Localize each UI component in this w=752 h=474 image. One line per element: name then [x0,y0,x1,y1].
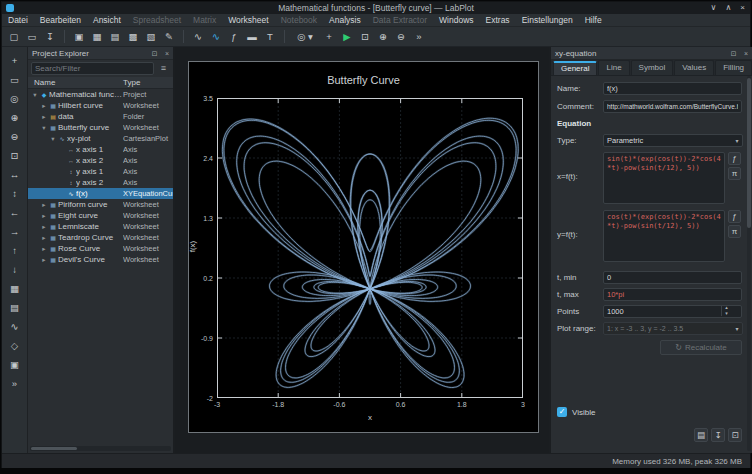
insert-constant-pi-icon[interactable]: π [728,167,741,180]
expander-icon[interactable]: ▸ [40,201,48,209]
load-template-icon[interactable]: ▤ [694,428,708,442]
search-input[interactable] [31,62,154,75]
tree-item-eight-curve[interactable]: ▸▦Eight curveWorksheet [28,210,173,221]
expander-icon[interactable]: ▸ [40,113,48,121]
tab-line[interactable]: Line [598,60,629,75]
add-equation-curve-icon[interactable]: ƒ [226,29,242,45]
shift-left-icon[interactable]: ← [7,205,23,221]
zoom-select-icon[interactable]: ▭ [7,72,23,88]
worksheet-view[interactable]: Butterfly Curve -3-1.8-0.60.61.83 -2-0.9… [175,47,549,453]
float-dock-icon[interactable]: ⊡ [152,50,158,57]
fit-page-icon[interactable]: ⊡ [357,29,373,45]
insert-function-icon[interactable]: ƒ [728,152,741,165]
shift-right-icon[interactable]: → [7,224,23,240]
expander-icon[interactable]: ▸ [40,212,48,220]
more-tools-icon[interactable]: » [7,376,23,392]
close-dock-icon[interactable]: × [744,50,748,57]
presenter-mode-icon[interactable]: ▶ [339,29,355,45]
maximize-icon[interactable]: ∧ [725,2,731,14]
auto-scale-y-icon[interactable]: ↕ [7,186,23,202]
tree-item-x-axis-2[interactable]: ↔x axis 2Axis [28,155,173,166]
add-element-tool-icon[interactable]: ▣ [7,357,23,373]
tmin-input[interactable] [603,271,742,284]
menu-analysis[interactable]: Analysis [323,14,367,26]
zoom-out-icon[interactable]: ⊖ [393,29,409,45]
tree-item-y-axis-2[interactable]: ↕y axis 2Axis [28,177,173,188]
spinbox-arrows[interactable]: ▴ ▾ [721,305,731,316]
shift-up-icon[interactable]: ↑ [7,243,23,259]
visible-checkbox[interactable]: ✓ [557,407,567,417]
tab-values[interactable]: Values [674,60,714,75]
add-curve-icon[interactable]: ∿ [208,29,224,45]
auto-scale-x-icon[interactable]: ↔ [7,167,23,183]
column-header-type[interactable]: Type [123,78,173,87]
new-notebook-icon[interactable]: ✎ [161,29,177,45]
tree-item-devil-s-curve[interactable]: ▸▦Devil's CurveWorksheet [28,254,173,265]
open-project-icon[interactable]: ▭ [24,29,40,45]
column-header-name[interactable]: Name [28,78,123,87]
vertical-scrollbar[interactable] [747,76,751,451]
worksheet-page[interactable]: Butterfly Curve -3-1.8-0.60.61.83 -2-0.9… [188,61,539,433]
menu-worksheet[interactable]: Worksheet [222,14,274,26]
tab-filling[interactable]: Filling [715,60,752,75]
expander-icon[interactable]: ▸ [40,256,48,264]
shape-tool-icon[interactable]: ◇ [7,338,23,354]
expander-icon[interactable]: ▾ [49,135,57,143]
spin-down-icon[interactable]: ▾ [722,311,731,317]
new-project-icon[interactable]: ▢ [6,29,22,45]
new-workbook-icon[interactable]: ▦ [89,29,105,45]
grid-tool-icon[interactable]: ▦ [7,281,23,297]
menu-bearbeiten[interactable]: Bearbeiten [34,14,87,26]
y-equation-textarea[interactable]: cos(t)*(exp(cos(t))-2*cos(4*t)-pow(sin(t… [603,210,725,262]
menu-datei[interactable]: Datei [2,14,34,26]
scrollbar-thumb[interactable] [747,78,751,228]
tree-item-piriform-curve[interactable]: ▸▦Piriform curveWorksheet [28,199,173,210]
zoom-in-plot-icon[interactable]: ⊕ [7,110,23,126]
tree-item-mathematical-functions[interactable]: ▾◆Mathematical functionsProject [28,89,173,100]
select-mode-icon[interactable]: + [321,29,337,45]
shift-down-icon[interactable]: ↓ [7,262,23,278]
x-equation-textarea[interactable]: sin(t)*(exp(cos(t))-2*cos(4*t)-pow(sin(t… [603,152,725,204]
tmax-input[interactable] [603,288,742,301]
name-input[interactable] [603,82,742,95]
expander-icon[interactable]: ▾ [31,91,39,99]
tree-item-y-axis-1[interactable]: ↕y axis 1Axis [28,166,173,177]
tree-item-teardrop-curve[interactable]: ▸▦Teardrop CurveWorksheet [28,232,173,243]
apply-template-icon[interactable]: ⊡ [728,428,742,442]
tree-item-x-axis-1[interactable]: ↔x axis 1Axis [28,144,173,155]
add-curve-tool-icon[interactable]: ∿ [7,319,23,335]
layout-tool-icon[interactable]: ▤ [7,300,23,316]
new-folder-icon[interactable]: ▣ [71,29,87,45]
menu-ansicht[interactable]: Ansicht [87,14,127,26]
expander-icon[interactable]: ▾ [40,124,48,132]
tree-item-rose-curve[interactable]: ▸▦Rose CurveWorksheet [28,243,173,254]
tree-item-data[interactable]: ▸▤dataFolder [28,111,173,122]
add-text-label-icon[interactable]: T [262,29,278,45]
horizontal-scrollbar[interactable] [30,446,171,451]
filter-options-icon[interactable]: ≡ [157,62,170,75]
save-template-icon[interactable]: ↧ [711,428,725,442]
scrollbar-thumb[interactable] [31,447,77,450]
plot-area[interactable] [217,98,523,398]
zoom-mode-icon[interactable]: ◎ ▾ [291,29,319,45]
zoom-out-plot-icon[interactable]: ⊖ [7,129,23,145]
float-dock-icon[interactable]: ⊡ [731,50,737,57]
type-combobox[interactable]: Parametric [603,134,743,147]
tree-item-butterfly-curve[interactable]: ▾▦Butterfly curveWorksheet [28,122,173,133]
tab-symbol[interactable]: Symbol [631,60,674,75]
new-matrix-icon[interactable]: ▩ [125,29,141,45]
recalculate-button[interactable]: ↻ Recalculate [660,340,742,355]
expander-icon[interactable]: ▸ [40,102,48,110]
tree-item-lemniscate[interactable]: ▸▦LemniscateWorksheet [28,221,173,232]
tab-general[interactable]: General [553,61,597,75]
expander-icon[interactable]: ▸ [40,245,48,253]
title-bar[interactable]: Mathematical functions - [Butterfly curv… [2,2,750,14]
save-project-icon[interactable]: ↧ [42,29,58,45]
menu-hilfe[interactable]: Hilfe [579,14,608,26]
minimize-icon[interactable]: ∨ [711,2,717,14]
menu-windows[interactable]: Windows [433,14,479,26]
tree-item-xy-plot[interactable]: ▾∿xy-plotCartesianPlot [28,133,173,144]
add-legend-icon[interactable]: ▬ [244,29,260,45]
close-dock-icon[interactable]: × [165,50,169,57]
expander-icon[interactable]: ▸ [40,234,48,242]
